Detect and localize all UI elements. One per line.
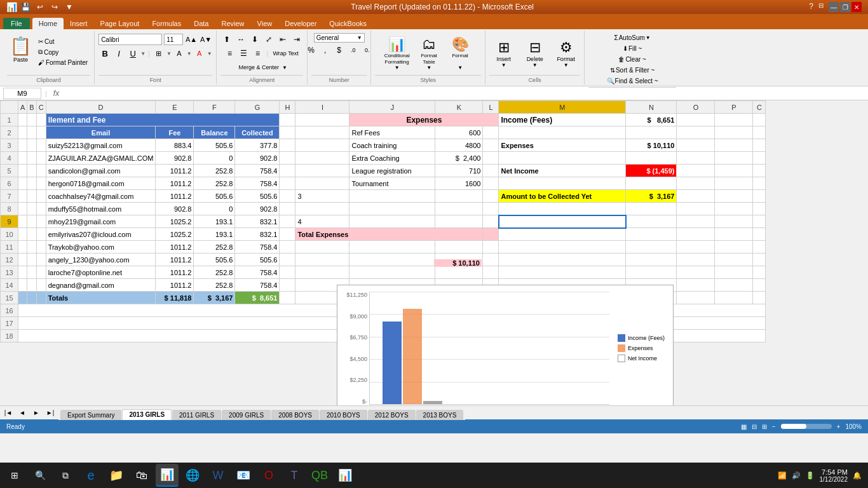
- border-icon[interactable]: ⊞: [153, 47, 165, 60]
- number-format-dropdown[interactable]: General ▼: [314, 33, 365, 43]
- cell-I4[interactable]: [295, 152, 349, 165]
- dollar-icon[interactable]: $: [333, 44, 346, 57]
- cell-O11[interactable]: [677, 241, 715, 254]
- cell-E10[interactable]: 1025.2: [156, 228, 194, 241]
- cell-J13[interactable]: [349, 266, 435, 279]
- cell-K6[interactable]: 1600: [435, 177, 483, 190]
- font-color-icon[interactable]: A: [193, 47, 206, 60]
- cell-C29[interactable]: [753, 215, 766, 228]
- cell-M9[interactable]: [499, 215, 626, 228]
- cell-N8[interactable]: [626, 203, 677, 215]
- cell-H8[interactable]: [280, 203, 295, 215]
- clear-button[interactable]: 🗑 Clear ~: [616, 55, 649, 64]
- cell-C2[interactable]: [36, 126, 46, 139]
- cell-F13[interactable]: 252.8: [194, 266, 235, 279]
- cell-B14[interactable]: [27, 279, 36, 292]
- cell-P15[interactable]: [715, 292, 753, 304]
- cell-G6[interactable]: 758.4: [235, 177, 280, 190]
- cell-B12[interactable]: [27, 254, 36, 266]
- copy-button[interactable]: ⧉ Copy: [36, 47, 90, 57]
- cell-P1[interactable]: [715, 114, 753, 126]
- close-button[interactable]: ✕: [851, 2, 862, 12]
- cell-C10[interactable]: [36, 228, 46, 241]
- cell-K8[interactable]: [435, 203, 483, 215]
- cell-C9[interactable]: [36, 215, 46, 228]
- cell-L6[interactable]: [483, 177, 499, 190]
- sheet-tab-2013-girls[interactable]: 2013 GIRLS: [122, 409, 172, 420]
- cell-F12[interactable]: 505.6: [194, 254, 235, 266]
- cell-C214[interactable]: [753, 279, 766, 292]
- cell-E11[interactable]: 1011.2: [156, 241, 194, 254]
- cell-M12[interactable]: [499, 254, 626, 266]
- sheet-prev-button[interactable]: ◄: [16, 407, 29, 419]
- col-header-P[interactable]: P: [715, 101, 753, 114]
- cut-button[interactable]: ✂ Cut: [36, 37, 90, 46]
- zoom-in-icon[interactable]: +: [837, 423, 841, 430]
- cell-H2[interactable]: [280, 126, 295, 139]
- col-header-B[interactable]: B: [27, 101, 36, 114]
- redo-icon[interactable]: ↪: [48, 1, 61, 13]
- cell-A2[interactable]: [18, 126, 27, 139]
- cell-I13[interactable]: [295, 266, 349, 279]
- cell-G12[interactable]: 505.6: [235, 254, 280, 266]
- cell-G15[interactable]: $ 8,651: [235, 292, 280, 304]
- cell-H9[interactable]: [280, 215, 295, 228]
- cell-H15[interactable]: [280, 292, 295, 304]
- cell-F7[interactable]: 505.6: [194, 190, 235, 203]
- cell-styles-button[interactable]: 🎨 Format ▼: [446, 35, 475, 72]
- cell-F5[interactable]: 252.8: [194, 165, 235, 177]
- cell-A7[interactable]: [18, 190, 27, 203]
- cell-C28[interactable]: [753, 203, 766, 215]
- bold-icon[interactable]: B: [98, 47, 111, 60]
- format-table-button[interactable]: 🗂 FormatTable ▼: [415, 35, 444, 72]
- cell-I11[interactable]: [295, 241, 349, 254]
- tab-view[interactable]: View: [251, 18, 279, 29]
- tab-insert[interactable]: Insert: [64, 18, 94, 29]
- tab-file[interactable]: File: [3, 18, 30, 29]
- cell-H14[interactable]: [280, 279, 295, 292]
- cell-I2[interactable]: [295, 126, 349, 139]
- cell-H3[interactable]: [280, 139, 295, 152]
- opera-button[interactable]: O: [257, 464, 280, 487]
- cell-F2[interactable]: Balance: [194, 126, 235, 139]
- cell-N11[interactable]: [626, 241, 677, 254]
- cell-A4[interactable]: [18, 152, 27, 165]
- cell-C3[interactable]: [36, 139, 46, 152]
- cell-M2[interactable]: [499, 126, 626, 139]
- cell-J1[interactable]: Expenses: [349, 114, 499, 126]
- cell-P2[interactable]: [715, 126, 753, 139]
- maximize-button[interactable]: ❐: [840, 2, 850, 12]
- sheet-tab-2011-girls[interactable]: 2011 GIRLS: [172, 410, 221, 420]
- cell-B8[interactable]: [27, 203, 36, 215]
- col-header-H[interactable]: H: [280, 101, 295, 114]
- cell-P13[interactable]: [715, 266, 753, 279]
- format-cells-button[interactable]: ⚙ Format ▼: [552, 38, 580, 69]
- cell-D14[interactable]: degnand@gmail.com: [46, 279, 156, 292]
- cell-O2[interactable]: [677, 126, 715, 139]
- cell-J6[interactable]: Tournament: [349, 177, 435, 190]
- cell-G13[interactable]: 758.4: [235, 266, 280, 279]
- zoom-out-icon[interactable]: −: [772, 423, 776, 430]
- cell-D4[interactable]: ZJAGUILAR.ZAZA@GMAIL.COM: [46, 152, 156, 165]
- cell-K13[interactable]: [435, 266, 483, 279]
- col-header-A[interactable]: A: [18, 101, 27, 114]
- format-painter-button[interactable]: 🖌 Format Painter: [36, 58, 90, 67]
- clock-display[interactable]: 7:54 PM 1/12/2022: [820, 468, 848, 483]
- zoom-level[interactable]: 100%: [845, 423, 862, 430]
- cell-B2[interactable]: [27, 126, 36, 139]
- autosum-button[interactable]: Σ AutoSum ▼: [612, 33, 653, 43]
- start-button[interactable]: ⊞: [3, 464, 26, 487]
- cell-I5[interactable]: [295, 165, 349, 177]
- cell-D3[interactable]: suizy52213@gmail.com: [46, 139, 156, 152]
- align-middle-icon[interactable]: ↔: [234, 33, 247, 46]
- cell-P7[interactable]: [715, 190, 753, 203]
- cell-K7[interactable]: [435, 190, 483, 203]
- cell-G3[interactable]: 377.8: [235, 139, 280, 152]
- cell-L8[interactable]: [483, 203, 499, 215]
- cell-O13[interactable]: [677, 266, 715, 279]
- cell-M6[interactable]: [499, 177, 626, 190]
- increase-decimal-icon[interactable]: .0: [347, 44, 360, 57]
- view-page-break-icon[interactable]: ⊞: [762, 423, 767, 430]
- cell-N2[interactable]: [626, 126, 677, 139]
- cell-O10[interactable]: [677, 228, 715, 241]
